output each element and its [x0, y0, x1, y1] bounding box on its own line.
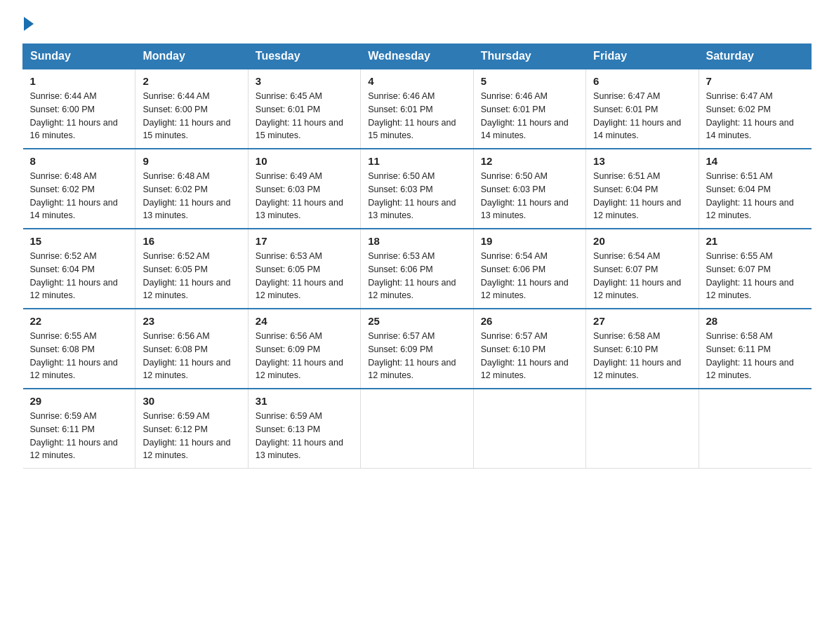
col-header-wednesday: Wednesday	[361, 44, 473, 69]
col-header-monday: Monday	[135, 44, 248, 69]
day-number: 7	[706, 75, 805, 87]
day-info: Sunrise: 6:55 AMSunset: 6:07 PMDaylight:…	[706, 251, 794, 300]
day-info: Sunrise: 6:52 AMSunset: 6:04 PMDaylight:…	[30, 251, 118, 300]
day-info: Sunrise: 6:56 AMSunset: 6:09 PMDaylight:…	[256, 331, 343, 380]
day-cell: 20Sunrise: 6:54 AMSunset: 6:07 PMDayligh…	[586, 229, 699, 309]
day-info: Sunrise: 6:55 AMSunset: 6:08 PMDaylight:…	[30, 331, 118, 380]
day-info: Sunrise: 6:59 AMSunset: 6:12 PMDaylight:…	[143, 411, 230, 460]
day-number: 4	[368, 75, 465, 87]
logo	[22, 17, 34, 31]
day-number: 18	[368, 235, 465, 247]
day-number: 21	[706, 235, 805, 247]
day-cell	[473, 389, 585, 469]
day-cell: 5Sunrise: 6:46 AMSunset: 6:01 PMDaylight…	[473, 69, 585, 149]
day-number: 23	[143, 315, 240, 327]
col-header-saturday: Saturday	[699, 44, 811, 69]
day-info: Sunrise: 6:59 AMSunset: 6:11 PMDaylight:…	[30, 411, 118, 460]
day-cell: 31Sunrise: 6:59 AMSunset: 6:13 PMDayligh…	[248, 389, 360, 469]
day-number: 3	[256, 75, 353, 87]
day-info: Sunrise: 6:54 AMSunset: 6:06 PMDaylight:…	[481, 251, 569, 300]
day-number: 16	[143, 235, 240, 247]
day-cell: 13Sunrise: 6:51 AMSunset: 6:04 PMDayligh…	[586, 149, 699, 229]
day-number: 26	[481, 315, 578, 327]
day-number: 5	[481, 75, 578, 87]
week-row-1: 1Sunrise: 6:44 AMSunset: 6:00 PMDaylight…	[23, 69, 812, 149]
day-info: Sunrise: 6:57 AMSunset: 6:09 PMDaylight:…	[368, 331, 456, 380]
day-cell: 3Sunrise: 6:45 AMSunset: 6:01 PMDaylight…	[248, 69, 360, 149]
day-cell: 17Sunrise: 6:53 AMSunset: 6:05 PMDayligh…	[248, 229, 360, 309]
col-header-tuesday: Tuesday	[248, 44, 360, 69]
day-number: 6	[593, 75, 691, 87]
day-info: Sunrise: 6:52 AMSunset: 6:05 PMDaylight:…	[143, 251, 230, 300]
day-cell: 24Sunrise: 6:56 AMSunset: 6:09 PMDayligh…	[248, 309, 360, 389]
week-row-2: 8Sunrise: 6:48 AMSunset: 6:02 PMDaylight…	[23, 149, 812, 229]
day-info: Sunrise: 6:48 AMSunset: 6:02 PMDaylight:…	[143, 171, 230, 220]
day-number: 31	[256, 395, 353, 407]
day-number: 15	[30, 235, 128, 247]
day-cell	[361, 389, 473, 469]
page-header	[22, 17, 812, 31]
week-row-3: 15Sunrise: 6:52 AMSunset: 6:04 PMDayligh…	[23, 229, 812, 309]
day-info: Sunrise: 6:46 AMSunset: 6:01 PMDaylight:…	[481, 91, 569, 140]
day-cell: 25Sunrise: 6:57 AMSunset: 6:09 PMDayligh…	[361, 309, 473, 389]
day-number: 28	[706, 315, 805, 327]
day-number: 29	[30, 395, 128, 407]
col-header-sunday: Sunday	[23, 44, 135, 69]
day-cell: 18Sunrise: 6:53 AMSunset: 6:06 PMDayligh…	[361, 229, 473, 309]
day-info: Sunrise: 6:59 AMSunset: 6:13 PMDaylight:…	[256, 411, 343, 460]
day-cell: 4Sunrise: 6:46 AMSunset: 6:01 PMDaylight…	[361, 69, 473, 149]
day-number: 1	[30, 75, 128, 87]
day-number: 17	[256, 235, 353, 247]
day-cell: 19Sunrise: 6:54 AMSunset: 6:06 PMDayligh…	[473, 229, 585, 309]
day-cell: 28Sunrise: 6:58 AMSunset: 6:11 PMDayligh…	[699, 309, 811, 389]
day-info: Sunrise: 6:50 AMSunset: 6:03 PMDaylight:…	[368, 171, 456, 220]
day-number: 12	[481, 155, 578, 167]
day-cell: 23Sunrise: 6:56 AMSunset: 6:08 PMDayligh…	[135, 309, 248, 389]
day-number: 24	[256, 315, 353, 327]
day-cell: 15Sunrise: 6:52 AMSunset: 6:04 PMDayligh…	[23, 229, 135, 309]
day-info: Sunrise: 6:47 AMSunset: 6:01 PMDaylight:…	[593, 91, 681, 140]
day-info: Sunrise: 6:47 AMSunset: 6:02 PMDaylight:…	[706, 91, 794, 140]
day-number: 11	[368, 155, 465, 167]
week-row-5: 29Sunrise: 6:59 AMSunset: 6:11 PMDayligh…	[23, 389, 812, 469]
day-cell: 1Sunrise: 6:44 AMSunset: 6:00 PMDaylight…	[23, 69, 135, 149]
day-cell: 21Sunrise: 6:55 AMSunset: 6:07 PMDayligh…	[699, 229, 811, 309]
day-info: Sunrise: 6:46 AMSunset: 6:01 PMDaylight:…	[368, 91, 456, 140]
day-info: Sunrise: 6:50 AMSunset: 6:03 PMDaylight:…	[481, 171, 569, 220]
day-cell: 26Sunrise: 6:57 AMSunset: 6:10 PMDayligh…	[473, 309, 585, 389]
day-number: 20	[593, 235, 691, 247]
day-number: 9	[143, 155, 240, 167]
day-cell: 30Sunrise: 6:59 AMSunset: 6:12 PMDayligh…	[135, 389, 248, 469]
col-header-friday: Friday	[586, 44, 699, 69]
day-number: 8	[30, 155, 128, 167]
day-number: 19	[481, 235, 578, 247]
day-info: Sunrise: 6:49 AMSunset: 6:03 PMDaylight:…	[256, 171, 343, 220]
day-cell: 22Sunrise: 6:55 AMSunset: 6:08 PMDayligh…	[23, 309, 135, 389]
day-cell: 2Sunrise: 6:44 AMSunset: 6:00 PMDaylight…	[135, 69, 248, 149]
day-info: Sunrise: 6:58 AMSunset: 6:10 PMDaylight:…	[593, 331, 681, 380]
day-info: Sunrise: 6:44 AMSunset: 6:00 PMDaylight:…	[30, 91, 118, 140]
day-cell: 8Sunrise: 6:48 AMSunset: 6:02 PMDaylight…	[23, 149, 135, 229]
day-cell	[586, 389, 699, 469]
day-info: Sunrise: 6:53 AMSunset: 6:06 PMDaylight:…	[368, 251, 456, 300]
col-header-thursday: Thursday	[473, 44, 585, 69]
logo-arrow-icon	[24, 17, 34, 31]
day-cell: 10Sunrise: 6:49 AMSunset: 6:03 PMDayligh…	[248, 149, 360, 229]
day-number: 25	[368, 315, 465, 327]
calendar-table: SundayMondayTuesdayWednesdayThursdayFrid…	[22, 43, 812, 469]
day-info: Sunrise: 6:57 AMSunset: 6:10 PMDaylight:…	[481, 331, 569, 380]
day-number: 14	[706, 155, 805, 167]
week-row-4: 22Sunrise: 6:55 AMSunset: 6:08 PMDayligh…	[23, 309, 812, 389]
day-info: Sunrise: 6:53 AMSunset: 6:05 PMDaylight:…	[256, 251, 343, 300]
day-cell: 11Sunrise: 6:50 AMSunset: 6:03 PMDayligh…	[361, 149, 473, 229]
day-cell: 29Sunrise: 6:59 AMSunset: 6:11 PMDayligh…	[23, 389, 135, 469]
day-cell	[699, 389, 811, 469]
day-number: 13	[593, 155, 691, 167]
day-number: 27	[593, 315, 691, 327]
day-info: Sunrise: 6:51 AMSunset: 6:04 PMDaylight:…	[706, 171, 794, 220]
day-cell: 14Sunrise: 6:51 AMSunset: 6:04 PMDayligh…	[699, 149, 811, 229]
day-number: 2	[143, 75, 240, 87]
day-cell: 9Sunrise: 6:48 AMSunset: 6:02 PMDaylight…	[135, 149, 248, 229]
day-cell: 12Sunrise: 6:50 AMSunset: 6:03 PMDayligh…	[473, 149, 585, 229]
day-info: Sunrise: 6:54 AMSunset: 6:07 PMDaylight:…	[593, 251, 681, 300]
